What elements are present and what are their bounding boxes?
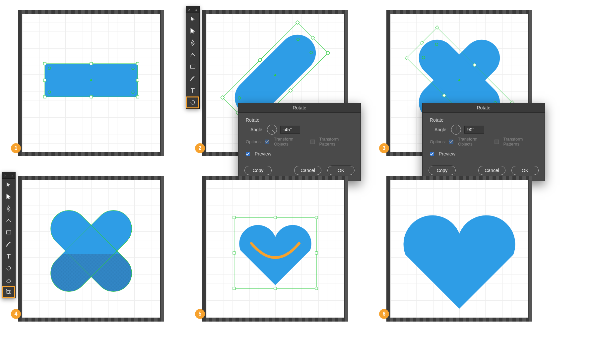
curvature-tool-icon[interactable] [2,214,15,226]
tools-panel[interactable]: × » [2,172,16,298]
angle-label: Angle: [250,127,264,132]
dialog-title: Rotate [423,103,545,113]
ok-button[interactable]: OK [327,166,355,175]
svg-rect-13 [90,95,93,98]
svg-point-6 [90,79,92,81]
options-label: Options: [430,139,446,144]
transform-patterns-label: Transform Patterns [503,137,538,147]
transform-objects-label: Transform Objects [458,137,491,147]
shape-build-preview[interactable] [22,180,160,318]
brush-tool-icon[interactable] [2,238,15,250]
rounded-rect-shape[interactable] [22,14,160,152]
svg-rect-10 [43,79,46,82]
cancel-button[interactable]: Cancel [478,166,505,175]
step-4: × » 4 [18,176,164,322]
dialog-section-label: Rotate [246,117,354,123]
transform-patterns-checkbox [310,140,314,144]
angle-input[interactable]: 90° [464,126,484,134]
brush-tool-icon[interactable] [186,73,199,85]
step-badge: 1 [11,143,21,153]
shape-builder-tool-icon[interactable] [2,286,15,298]
svg-rect-68 [315,252,318,254]
transform-objects-checkbox [265,140,269,144]
preview-label: Preview [255,151,271,156]
type-tool-icon[interactable] [2,250,15,262]
svg-rect-64 [233,216,235,219]
step-badge: 4 [11,309,21,319]
svg-rect-12 [43,95,46,98]
svg-rect-8 [90,62,93,65]
panel-collapse-icon[interactable]: » [11,173,13,177]
svg-rect-60 [6,231,11,234]
selection-tool-icon[interactable] [2,179,15,191]
rotate-tool-icon[interactable] [186,96,199,108]
step-6: 6 [386,176,532,322]
artboard[interactable] [386,176,532,322]
step-3: Rotate Rotate Angle: 90° Options: Transf… [386,10,532,156]
svg-rect-71 [315,287,318,290]
pen-tool-icon[interactable] [2,203,15,214]
curvature-tool-icon[interactable] [186,49,199,61]
rectangle-tool-icon[interactable] [186,61,199,73]
step-badge: 6 [379,309,389,319]
step-5: 5 [202,176,348,322]
type-tool-icon[interactable] [186,85,199,96]
copy-button[interactable]: Copy [244,166,272,175]
copy-button[interactable]: Copy [429,166,456,175]
rectangle-tool-icon[interactable] [2,226,15,238]
artboard[interactable] [18,10,164,156]
preview-label: Preview [439,151,455,156]
eraser-tool-icon[interactable] [2,274,15,286]
tools-panel[interactable]: × » [186,6,200,109]
panel-close-icon[interactable]: × [188,8,190,12]
dialog-title: Rotate [238,103,361,113]
angle-dial-icon[interactable] [267,125,277,135]
rotate-dialog[interactable]: Rotate Rotate Angle: -45° Options: Trans… [238,103,361,181]
cancel-button[interactable]: Cancel [294,166,321,175]
svg-point-58 [8,209,9,210]
svg-rect-11 [136,79,139,82]
step-badge: 5 [195,309,205,319]
transform-patterns-checkbox [495,140,498,144]
direct-selection-tool-icon[interactable] [186,25,199,37]
svg-rect-9 [136,62,139,65]
svg-point-30 [192,43,193,44]
svg-rect-69 [233,287,235,290]
step-badge: 2 [195,143,205,153]
angle-label: Angle: [434,127,448,132]
preview-checkbox[interactable] [430,152,434,156]
svg-rect-67 [233,252,235,254]
panel-collapse-icon[interactable]: » [195,8,197,12]
svg-rect-14 [136,95,139,98]
svg-point-31 [192,53,193,54]
svg-rect-66 [315,216,318,219]
heart-final [390,180,528,318]
transform-objects-checkbox [449,140,453,144]
angle-input[interactable]: -45° [280,126,300,134]
angle-dial-icon[interactable] [451,125,461,135]
panel-close-icon[interactable]: × [4,173,6,177]
ok-button[interactable]: OK [511,166,539,175]
pen-tool-icon[interactable] [186,37,199,49]
rotate-dialog[interactable]: Rotate Rotate Angle: 90° Options: Transf… [422,103,545,181]
svg-rect-32 [190,65,195,68]
dialog-section-label: Rotate [430,117,538,123]
direct-selection-tool-icon[interactable] [2,191,15,203]
options-label: Options: [246,139,262,144]
preview-checkbox[interactable] [246,152,250,156]
artboard[interactable] [202,176,348,322]
svg-point-59 [8,219,9,220]
heart-selected[interactable] [206,180,344,318]
svg-rect-7 [43,62,46,65]
step-2: × » Rotate Rotate Angle: -45° Options: T… [202,10,348,156]
step-1: 1 [18,10,164,156]
transform-objects-label: Transform Objects [274,137,307,147]
rotate-tool-icon[interactable] [2,262,15,274]
artboard[interactable] [18,176,164,322]
svg-rect-70 [274,287,277,290]
step-badge: 3 [379,143,389,153]
svg-rect-65 [274,216,277,219]
transform-patterns-label: Transform Patterns [319,137,354,147]
selection-tool-icon[interactable] [186,13,199,25]
